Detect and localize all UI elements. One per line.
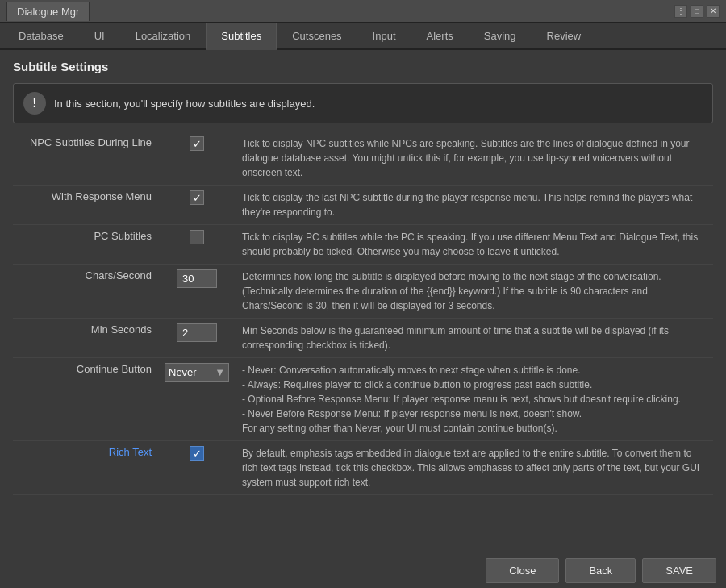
title-bar-controls[interactable]: ⋮ □ ✕ [674, 5, 720, 18]
tab-review[interactable]: Review [532, 23, 597, 50]
tab-cutscenes[interactable]: Cutscenes [277, 23, 357, 50]
tab-alerts[interactable]: Alerts [411, 23, 469, 50]
tab-input[interactable]: Input [357, 23, 411, 50]
npc-subtitles-control[interactable] [158, 131, 236, 186]
window-title-tab: Dialogue Mgr [6, 2, 90, 21]
continue-button-label: Continue Button [13, 358, 158, 441]
chars-second-input[interactable] [177, 269, 217, 288]
min-seconds-control[interactable] [158, 319, 236, 358]
section-title: Subtitle Settings [13, 60, 713, 73]
title-bar: Dialogue Mgr ⋮ □ ✕ [0, 0, 726, 23]
tab-saving[interactable]: Saving [469, 23, 532, 50]
continue-button-select-wrapper[interactable]: Never Always Optional Before Response Me… [165, 363, 229, 382]
info-icon: ! [23, 92, 46, 115]
min-seconds-input[interactable] [177, 323, 217, 342]
pc-subtitles-label: PC Subtitles [13, 225, 158, 265]
pc-subtitles-desc: Tick to display PC subtitles while the P… [236, 225, 713, 265]
table-row: Min Seconds Min Seconds below is the gua… [13, 319, 713, 358]
npc-subtitles-label: NPC Subtitles During Line [13, 131, 158, 186]
tab-subtitles[interactable]: Subtitles [206, 23, 277, 50]
nav-tabs: Database UI Localization Subtitles Cutsc… [0, 23, 726, 50]
table-row: Continue Button Never Always Optional Be… [13, 358, 713, 441]
rich-text-checkbox[interactable] [190, 446, 204, 461]
bottom-bar: Close Back SAVE [0, 553, 726, 588]
close-button[interactable]: Close [486, 558, 559, 583]
info-text: In this section, you'll specify how subt… [54, 98, 315, 110]
min-seconds-desc: Min Seconds below is the guaranteed mini… [236, 319, 713, 358]
title-bar-left: Dialogue Mgr [6, 2, 90, 21]
min-seconds-label: Min Seconds [13, 319, 158, 358]
pc-subtitles-control[interactable] [158, 225, 236, 265]
continue-button-select[interactable]: Never Always Optional Before Response Me… [165, 364, 211, 381]
tab-database[interactable]: Database [3, 23, 79, 50]
npc-subtitles-checkbox[interactable] [190, 136, 204, 151]
continue-button-control[interactable]: Never Always Optional Before Response Me… [158, 358, 236, 441]
pc-subtitles-checkbox[interactable] [190, 230, 204, 244]
info-box: ! In this section, you'll specify how su… [13, 83, 713, 123]
response-menu-label: With Response Menu [13, 186, 158, 225]
npc-subtitles-desc: Tick to display NPC subtitles while NPCs… [236, 131, 713, 186]
rich-text-label[interactable]: Rich Text [13, 441, 158, 495]
table-row: Chars/Second Determines how long the sub… [13, 265, 713, 319]
chars-second-control[interactable] [158, 265, 236, 319]
back-button[interactable]: Back [565, 558, 636, 583]
table-row: With Response Menu Tick to display the l… [13, 186, 713, 225]
rich-text-control[interactable] [158, 441, 236, 495]
content-area: Subtitle Settings ! In this section, you… [0, 50, 726, 505]
settings-table: NPC Subtitles During Line Tick to displa… [13, 131, 713, 495]
maximize-button[interactable]: □ [691, 5, 703, 18]
save-button[interactable]: SAVE [642, 558, 716, 583]
response-menu-checkbox[interactable] [190, 190, 204, 205]
chars-second-desc: Determines how long the subtitle is disp… [236, 265, 713, 319]
close-window-button[interactable]: ✕ [707, 5, 720, 18]
rich-text-desc: By default, emphasis tags embedded in di… [236, 441, 713, 495]
table-row: Rich Text By default, emphasis tags embe… [13, 441, 713, 495]
response-menu-desc: Tick to display the last NPC subtitle du… [236, 186, 713, 225]
chars-second-label: Chars/Second [13, 265, 158, 319]
response-menu-control[interactable] [158, 186, 236, 225]
tab-localization[interactable]: Localization [120, 23, 207, 50]
menu-button[interactable]: ⋮ [674, 5, 687, 18]
table-row: NPC Subtitles During Line Tick to displa… [13, 131, 713, 186]
window-title: Dialogue Mgr [17, 6, 79, 18]
tab-ui[interactable]: UI [79, 23, 120, 50]
chevron-down-icon: ▼ [211, 366, 228, 378]
continue-button-desc: - Never: Conversation automatically move… [236, 358, 713, 441]
table-row: PC Subtitles Tick to display PC subtitle… [13, 225, 713, 265]
